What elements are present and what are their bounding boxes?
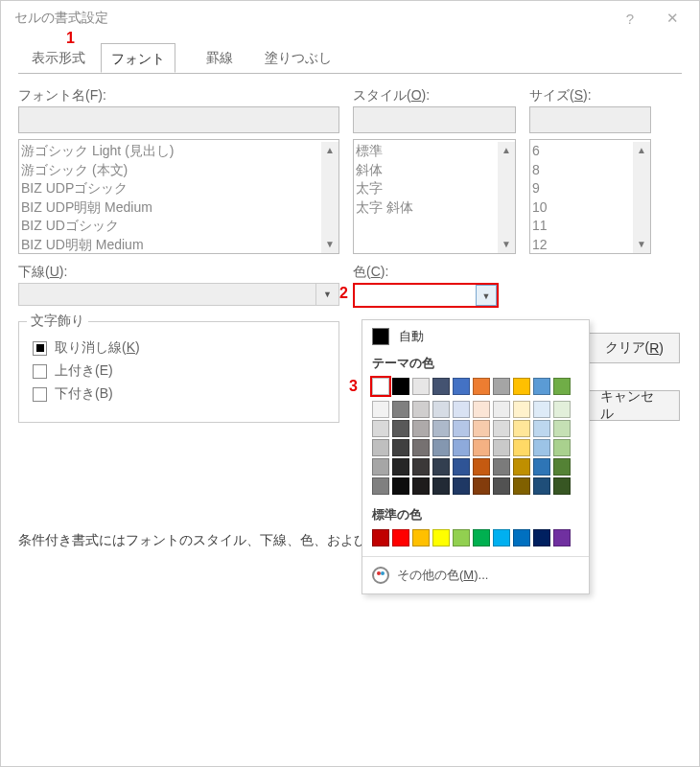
list-item[interactable]: 太字 (356, 179, 498, 198)
list-item[interactable]: 游ゴシック (本文) (21, 161, 321, 180)
color-swatch[interactable] (453, 477, 470, 495)
color-swatch[interactable] (553, 420, 571, 437)
color-swatch[interactable] (513, 477, 530, 495)
color-swatch[interactable] (493, 378, 510, 395)
color-swatch[interactable] (493, 401, 510, 418)
list-item[interactable]: 游ゴシック Light (見出し) (21, 142, 321, 161)
color-swatch[interactable] (412, 477, 430, 495)
color-swatch[interactable] (412, 420, 430, 437)
color-swatch[interactable] (473, 439, 490, 456)
color-swatch[interactable] (372, 420, 389, 437)
color-swatch[interactable] (513, 401, 530, 418)
color-swatch[interactable] (533, 401, 550, 418)
color-swatch[interactable] (493, 529, 510, 546)
color-swatch[interactable] (533, 477, 550, 495)
color-swatch[interactable] (533, 439, 550, 456)
color-swatch[interactable] (372, 401, 389, 418)
color-swatch[interactable] (392, 401, 409, 418)
list-item[interactable]: BIZ UDPゴシック (21, 179, 321, 198)
size-input[interactable] (529, 106, 651, 133)
color-swatch[interactable] (453, 378, 470, 395)
color-swatch[interactable] (493, 477, 510, 495)
list-item[interactable]: 太字 斜体 (356, 198, 498, 218)
underline-combo[interactable]: ▼ (18, 283, 339, 306)
list-item[interactable]: 6 (532, 142, 633, 161)
list-item[interactable]: BIZ UDゴシック (21, 217, 321, 236)
color-swatch[interactable] (473, 378, 490, 395)
scrollbar[interactable]: ▲▼ (633, 142, 650, 253)
color-swatch[interactable] (453, 529, 470, 546)
color-swatch[interactable] (392, 420, 409, 437)
tab-font[interactable]: フォント (101, 43, 175, 73)
color-swatch[interactable] (432, 378, 450, 395)
color-swatch[interactable] (432, 458, 450, 476)
color-swatch[interactable] (553, 439, 571, 456)
strikethrough-checkbox[interactable]: 取り消し線(K) (33, 339, 325, 357)
color-swatch[interactable] (453, 458, 470, 476)
color-swatch[interactable] (412, 378, 430, 395)
color-swatch[interactable] (493, 420, 510, 437)
color-swatch[interactable] (412, 401, 430, 418)
color-swatch[interactable] (432, 420, 450, 437)
color-swatch[interactable] (372, 458, 389, 476)
scrollbar[interactable]: ▲▼ (321, 142, 338, 253)
color-swatch[interactable] (392, 477, 409, 495)
clear-button[interactable]: クリア(R) (589, 333, 680, 363)
color-swatch[interactable] (553, 529, 571, 546)
size-list[interactable]: 6 8 9 10 11 12 ▲▼ (529, 139, 651, 254)
close-button[interactable]: ✕ (651, 10, 693, 27)
list-item[interactable]: 10 (532, 198, 633, 218)
list-item[interactable]: 8 (532, 161, 633, 180)
list-item[interactable]: 標準 (356, 142, 498, 161)
color-swatch[interactable] (432, 439, 450, 456)
color-swatch[interactable] (473, 420, 490, 437)
color-swatch[interactable] (513, 439, 530, 456)
color-swatch[interactable] (553, 477, 571, 495)
superscript-checkbox[interactable]: 上付き(E) (33, 362, 325, 380)
color-swatch[interactable] (533, 529, 550, 546)
color-swatch[interactable] (533, 378, 550, 395)
color-swatch[interactable] (412, 439, 430, 456)
tab-number-format[interactable]: 表示形式 (20, 43, 97, 73)
color-swatch[interactable] (513, 529, 530, 546)
color-swatch[interactable] (372, 439, 389, 456)
color-swatch[interactable] (513, 420, 530, 437)
more-colors-item[interactable]: その他の色(M)... (372, 567, 579, 584)
color-swatch[interactable] (473, 529, 490, 546)
color-swatch[interactable] (473, 401, 490, 418)
list-item[interactable]: BIZ UD明朝 Medium (21, 236, 321, 255)
color-swatch[interactable] (392, 378, 409, 395)
help-button[interactable]: ? (609, 11, 651, 27)
subscript-checkbox[interactable]: 下付き(B) (33, 385, 325, 403)
scrollbar[interactable]: ▲▼ (498, 142, 515, 253)
color-swatch[interactable] (533, 458, 550, 476)
tab-border[interactable]: 罫線 (191, 43, 248, 73)
color-swatch[interactable] (372, 529, 389, 546)
color-swatch[interactable] (473, 458, 490, 476)
color-swatch[interactable] (453, 439, 470, 456)
list-item[interactable]: BIZ UDP明朝 Medium (21, 198, 321, 218)
color-swatch[interactable] (392, 529, 409, 546)
color-swatch[interactable] (392, 439, 409, 456)
list-item[interactable]: 12 (532, 236, 633, 255)
color-swatch[interactable] (453, 420, 470, 437)
color-swatch[interactable] (432, 401, 450, 418)
color-swatch[interactable] (493, 458, 510, 476)
list-item[interactable]: 11 (532, 217, 633, 236)
font-name-list[interactable]: 游ゴシック Light (見出し) 游ゴシック (本文) BIZ UDPゴシック… (18, 139, 339, 254)
color-swatch[interactable] (412, 458, 430, 476)
color-combo[interactable]: ▼ (353, 283, 499, 308)
list-item[interactable]: 斜体 (356, 161, 498, 180)
style-list[interactable]: 標準 斜体 太字 太字 斜体 ▲▼ (353, 139, 516, 254)
color-swatch[interactable] (432, 529, 450, 546)
color-swatch[interactable] (372, 477, 389, 495)
color-swatch[interactable] (412, 529, 430, 546)
color-swatch[interactable] (493, 439, 510, 456)
list-item[interactable]: 9 (532, 179, 633, 198)
cancel-button[interactable]: キャンセル (584, 390, 680, 421)
color-swatch[interactable] (533, 420, 550, 437)
color-swatch[interactable] (513, 378, 530, 395)
color-swatch[interactable] (432, 477, 450, 495)
tab-fill[interactable]: 塗りつぶし (256, 43, 340, 73)
color-swatch[interactable] (513, 458, 530, 476)
